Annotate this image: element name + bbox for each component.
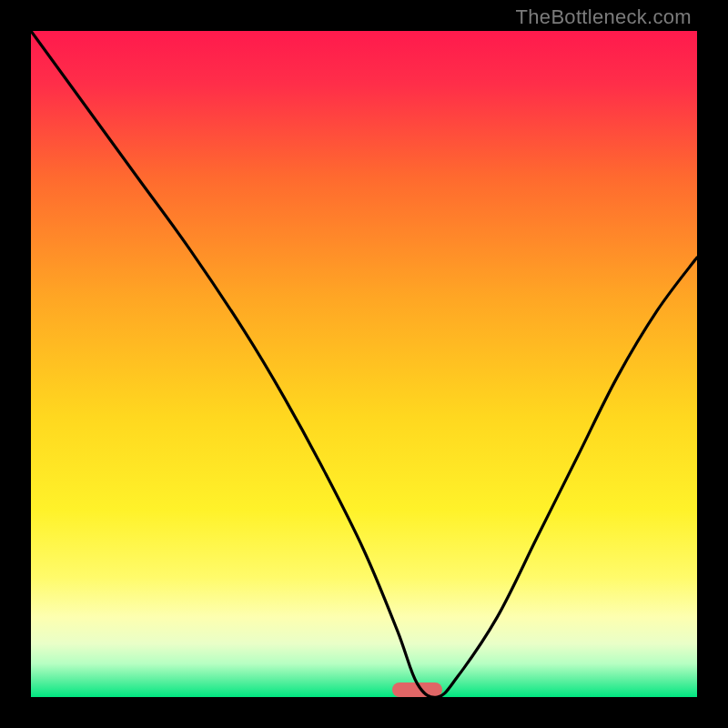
gradient-background bbox=[31, 31, 697, 697]
plot-frame bbox=[31, 31, 697, 697]
svg-rect-0 bbox=[31, 31, 697, 697]
optimal-range-marker bbox=[392, 682, 442, 697]
watermark-text: TheBottleneck.com bbox=[516, 5, 692, 29]
